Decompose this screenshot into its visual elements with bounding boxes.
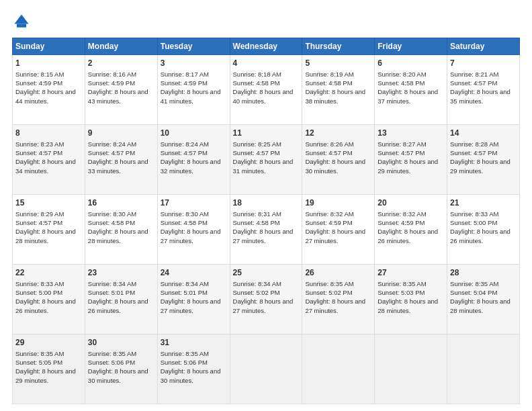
daylight-label: Daylight: 8 hours and 30 minutes.: [305, 158, 365, 174]
sunrise-label: Sunrise: 8:18 AM: [233, 71, 281, 78]
sunset-label: Sunset: 4:58 PM: [233, 79, 280, 87]
calendar-cell: 28Sunrise: 8:35 AMSunset: 5:04 PMDayligh…: [447, 265, 520, 334]
sunset-label: Sunset: 4:57 PM: [450, 79, 497, 87]
sunset-label: Sunset: 4:58 PM: [88, 219, 135, 226]
calendar-cell: 12Sunrise: 8:26 AMSunset: 4:57 PMDayligh…: [302, 125, 375, 195]
day-number: 22: [15, 267, 82, 279]
calendar-cell: 18Sunrise: 8:31 AMSunset: 4:58 PMDayligh…: [230, 195, 302, 265]
calendar-cell: 8Sunrise: 8:23 AMSunset: 4:57 PMDaylight…: [13, 125, 85, 195]
day-number: 29: [15, 337, 82, 349]
day-number: 8: [15, 128, 82, 139]
day-number: 6: [378, 58, 444, 69]
col-header-wednesday: Wednesday: [230, 38, 302, 55]
sunrise-label: Sunrise: 8:17 AM: [161, 71, 209, 78]
daylight-label: Daylight: 8 hours and 43 minutes.: [88, 88, 148, 104]
calendar-week-row: 8Sunrise: 8:23 AMSunset: 4:57 PMDaylight…: [13, 125, 520, 195]
sunrise-label: Sunrise: 8:27 AM: [378, 140, 426, 148]
sunrise-label: Sunrise: 8:35 AM: [450, 280, 498, 287]
day-number: 13: [378, 128, 444, 139]
sunset-label: Sunset: 4:58 PM: [233, 219, 280, 226]
day-number: 28: [450, 267, 517, 279]
day-number: 31: [161, 337, 227, 349]
daylight-label: Daylight: 8 hours and 28 minutes.: [15, 228, 76, 244]
calendar-cell: 26Sunrise: 8:35 AMSunset: 5:02 PMDayligh…: [302, 265, 375, 334]
sunrise-label: Sunrise: 8:32 AM: [378, 210, 426, 218]
calendar-week-row: 22Sunrise: 8:33 AMSunset: 5:00 PMDayligh…: [13, 265, 520, 334]
calendar-cell: 24Sunrise: 8:34 AMSunset: 5:01 PMDayligh…: [157, 265, 230, 334]
day-number: 3: [161, 58, 227, 69]
svg-rect-1: [17, 24, 26, 28]
daylight-label: Daylight: 8 hours and 30 minutes.: [161, 367, 221, 383]
sunset-label: Sunset: 5:01 PM: [161, 289, 208, 296]
calendar-cell: 7Sunrise: 8:21 AMSunset: 4:57 PMDaylight…: [447, 55, 520, 125]
sunset-label: Sunset: 5:02 PM: [305, 289, 352, 296]
day-number: 25: [233, 267, 300, 279]
sunrise-label: Sunrise: 8:35 AM: [161, 350, 209, 357]
calendar-cell: 14Sunrise: 8:28 AMSunset: 4:57 PMDayligh…: [447, 125, 520, 195]
calendar-cell: 21Sunrise: 8:33 AMSunset: 5:00 PMDayligh…: [447, 195, 520, 265]
calendar-cell: [447, 334, 520, 404]
calendar-cell: [302, 334, 375, 404]
sunset-label: Sunset: 4:57 PM: [450, 149, 497, 156]
daylight-label: Daylight: 8 hours and 29 minutes.: [450, 158, 511, 174]
day-number: 14: [450, 128, 517, 139]
day-number: 27: [378, 267, 444, 279]
sunrise-label: Sunrise: 8:35 AM: [15, 350, 64, 357]
calendar-cell: 13Sunrise: 8:27 AMSunset: 4:57 PMDayligh…: [375, 125, 447, 195]
sunset-label: Sunset: 5:01 PM: [88, 289, 135, 296]
day-number: 18: [233, 197, 300, 209]
sunrise-label: Sunrise: 8:35 AM: [305, 280, 353, 287]
calendar-cell: 23Sunrise: 8:34 AMSunset: 5:01 PMDayligh…: [85, 265, 157, 334]
sunrise-label: Sunrise: 8:26 AM: [305, 140, 353, 148]
sunrise-label: Sunrise: 8:34 AM: [88, 280, 136, 287]
calendar-cell: 1Sunrise: 8:15 AMSunset: 4:59 PMDaylight…: [13, 55, 85, 125]
day-number: 17: [161, 197, 227, 209]
sunset-label: Sunset: 4:57 PM: [88, 149, 135, 156]
daylight-label: Daylight: 8 hours and 40 minutes.: [233, 88, 294, 104]
daylight-label: Daylight: 8 hours and 28 minutes.: [378, 298, 438, 314]
calendar-cell: 6Sunrise: 8:20 AMSunset: 4:58 PMDaylight…: [375, 55, 447, 125]
daylight-label: Daylight: 8 hours and 35 minutes.: [450, 88, 511, 104]
sunset-label: Sunset: 4:58 PM: [161, 219, 208, 226]
sunset-label: Sunset: 5:05 PM: [15, 359, 62, 366]
sunset-label: Sunset: 4:58 PM: [378, 79, 425, 87]
day-number: 16: [88, 197, 154, 209]
sunrise-label: Sunrise: 8:19 AM: [305, 71, 353, 78]
day-number: 20: [378, 197, 444, 209]
page: SundayMondayTuesdayWednesdayThursdayFrid…: [0, 0, 532, 411]
daylight-label: Daylight: 8 hours and 27 minutes.: [233, 228, 294, 244]
calendar-header-row: SundayMondayTuesdayWednesdayThursdayFrid…: [13, 38, 520, 55]
sunset-label: Sunset: 4:57 PM: [161, 149, 208, 156]
day-number: 24: [161, 267, 227, 279]
sunrise-label: Sunrise: 8:20 AM: [378, 71, 426, 78]
sunset-label: Sunset: 4:59 PM: [161, 79, 208, 87]
calendar-cell: 10Sunrise: 8:24 AMSunset: 4:57 PMDayligh…: [157, 125, 230, 195]
daylight-label: Daylight: 8 hours and 30 minutes.: [88, 367, 148, 383]
sunrise-label: Sunrise: 8:34 AM: [161, 280, 209, 287]
sunset-label: Sunset: 4:59 PM: [378, 219, 425, 226]
col-header-tuesday: Tuesday: [157, 38, 230, 55]
logo-icon: [12, 12, 31, 31]
calendar-cell: 2Sunrise: 8:16 AMSunset: 4:59 PMDaylight…: [85, 55, 157, 125]
calendar-cell: 5Sunrise: 8:19 AMSunset: 4:58 PMDaylight…: [302, 55, 375, 125]
calendar-week-row: 1Sunrise: 8:15 AMSunset: 4:59 PMDaylight…: [13, 55, 520, 125]
calendar-cell: 15Sunrise: 8:29 AMSunset: 4:57 PMDayligh…: [13, 195, 85, 265]
sunrise-label: Sunrise: 8:24 AM: [161, 140, 209, 148]
col-header-sunday: Sunday: [13, 38, 85, 55]
day-number: 23: [88, 267, 154, 279]
day-number: 15: [15, 197, 82, 209]
daylight-label: Daylight: 8 hours and 26 minutes.: [15, 298, 76, 314]
sunset-label: Sunset: 4:57 PM: [15, 219, 62, 226]
calendar-table: SundayMondayTuesdayWednesdayThursdayFrid…: [12, 38, 520, 404]
sunset-label: Sunset: 5:06 PM: [161, 359, 208, 366]
calendar-cell: 11Sunrise: 8:25 AMSunset: 4:57 PMDayligh…: [230, 125, 302, 195]
daylight-label: Daylight: 8 hours and 27 minutes.: [305, 298, 365, 314]
sunset-label: Sunset: 4:59 PM: [305, 219, 352, 226]
sunset-label: Sunset: 5:02 PM: [233, 289, 280, 296]
sunset-label: Sunset: 5:03 PM: [378, 289, 425, 296]
day-number: 26: [305, 267, 371, 279]
day-number: 9: [88, 128, 154, 139]
sunrise-label: Sunrise: 8:35 AM: [378, 280, 426, 287]
daylight-label: Daylight: 8 hours and 28 minutes.: [88, 228, 148, 244]
sunrise-label: Sunrise: 8:23 AM: [15, 140, 64, 148]
